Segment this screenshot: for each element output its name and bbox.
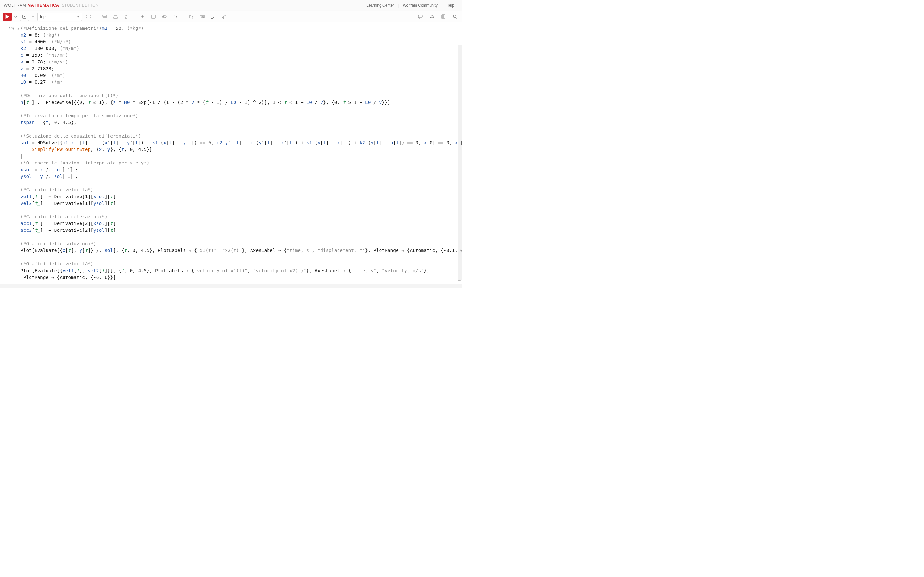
in-label: In[ ]:=	[8, 25, 24, 32]
brand-wolfram: WOLFRAM	[4, 3, 26, 8]
chat-icon[interactable]	[416, 13, 425, 21]
svg-point-12	[163, 16, 164, 17]
comment: (*Ns/m*)	[46, 53, 68, 58]
documentation-icon[interactable]	[439, 13, 448, 21]
string: "velocity of x2(t)"	[253, 268, 306, 273]
notebook-area[interactable]: In[ ]:= (*Definizione dei parametri*)m1 …	[0, 23, 462, 284]
string: "velocity, m/s"	[382, 268, 424, 273]
svg-text:Σ: Σ	[192, 17, 193, 19]
string: "time, s"	[286, 248, 312, 253]
nav-separator: |	[441, 3, 443, 8]
comment: (*kg*)	[127, 26, 144, 31]
string: "velocity of x1(t)"	[194, 268, 247, 273]
svg-point-20	[453, 15, 456, 18]
brand: WOLFRAM MATHEMATICA	[4, 3, 59, 8]
comment: (*Grafici delle soluzioni*)	[21, 241, 96, 246]
code-text: m1 = 50;	[102, 26, 127, 31]
svg-point-13	[165, 16, 165, 17]
string: "displacement, m"	[317, 248, 365, 253]
comment: (*Definizione dei parametri*)	[21, 26, 102, 31]
convert-output-button[interactable]: Out	[122, 13, 131, 21]
svg-rect-8	[113, 17, 118, 18]
comment: (*m*)	[51, 73, 65, 78]
comment: (*N/m*)	[60, 46, 79, 51]
svg-rect-3	[87, 15, 90, 16]
comment: (*kg*)	[43, 32, 60, 37]
comment: (*Grafici delle velocità*)	[21, 261, 94, 266]
hyperlink-button[interactable]	[220, 13, 228, 21]
comment: (*Soluzione delle equazioni differenzial…	[21, 133, 141, 139]
comment: (*Calcolo delle accelerazioni*)	[21, 214, 107, 219]
cell-bracket[interactable]	[457, 25, 460, 281]
text-cell-button[interactable]	[138, 13, 147, 21]
nav-separator: |	[398, 3, 399, 8]
match-brackets-button[interactable]	[171, 13, 180, 21]
status-bar	[0, 284, 462, 288]
comment: (*Definizione della funzione h(t)*)	[21, 93, 119, 98]
nav-help[interactable]: Help	[446, 3, 454, 8]
cell-style-selector[interactable]: Input	[37, 13, 82, 21]
insert-above-button[interactable]	[100, 13, 109, 21]
nav-wolfram-community[interactable]: Wolfram Community	[403, 3, 437, 8]
svg-rect-18	[418, 15, 422, 18]
svg-rect-6	[103, 17, 107, 18]
insert-below-button[interactable]	[111, 13, 120, 21]
comment-button[interactable]	[160, 13, 169, 21]
brand-mathematica: MATHEMATICA	[27, 3, 59, 8]
cloud-icon[interactable]	[427, 13, 436, 21]
string: "x2(t)"	[222, 248, 242, 253]
group-cells-button[interactable]	[84, 13, 93, 21]
abort-menu-chevron[interactable]	[31, 15, 35, 18]
string: "x1(t)"	[197, 248, 216, 253]
comment: (*Ottenere le funzioni interpolate per x…	[21, 160, 150, 165]
svg-marker-0	[6, 15, 9, 18]
svg-text:Out: Out	[124, 15, 128, 17]
brand-edition: STUDENT EDITION	[62, 3, 99, 8]
search-icon[interactable]	[451, 13, 459, 21]
evaluate-menu-chevron[interactable]	[13, 15, 18, 18]
cell-style-value: Input	[40, 15, 49, 19]
svg-text:$x$: $x$	[200, 16, 204, 18]
svg-rect-4	[87, 17, 90, 18]
svg-rect-11	[162, 16, 166, 18]
math-typesetting-button[interactable]: πΣ	[187, 13, 196, 21]
tex-button[interactable]: $x$	[198, 13, 207, 21]
toolbar: Input Out πΣ $x$	[0, 11, 462, 23]
string: "time, s"	[351, 268, 376, 273]
comment: (*N/m*)	[51, 39, 71, 44]
input-cell[interactable]: In[ ]:= (*Definizione dei parametri*)m1 …	[0, 23, 462, 281]
comment: (*Calcolo delle velocità*)	[21, 187, 94, 192]
drawing-tools-button[interactable]	[208, 13, 218, 21]
evaluate-button[interactable]	[3, 13, 11, 21]
comment: (*m/s*)	[48, 59, 68, 64]
svg-rect-7	[113, 15, 118, 16]
nav-learning-center[interactable]: Learning Center	[367, 3, 394, 8]
svg-rect-2	[24, 16, 25, 17]
comment: (*m*)	[51, 79, 65, 85]
abort-button[interactable]	[20, 13, 29, 21]
brand-bar: WOLFRAM MATHEMATICA STUDENT EDITION Lear…	[0, 0, 462, 11]
svg-rect-5	[103, 15, 107, 16]
comment: (*Intervallo di tempo per la simulazione…	[21, 113, 138, 118]
code-content[interactable]: (*Definizione dei parametri*)m1 = 50; (*…	[21, 25, 456, 281]
code-cell-button[interactable]	[149, 13, 158, 21]
